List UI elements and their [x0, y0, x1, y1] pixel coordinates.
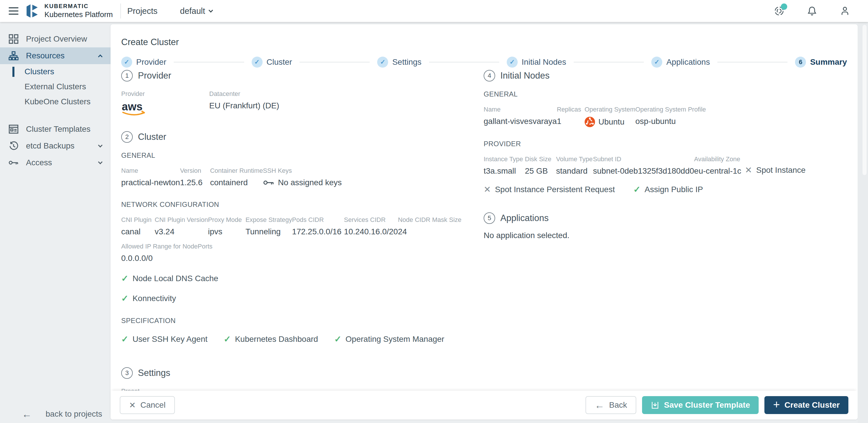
grid-icon [9, 34, 19, 44]
section-number: 3 [121, 367, 133, 379]
check-icon: ✓ [121, 293, 128, 303]
sidebar-item-kubeone-clusters[interactable]: KubeOne Clusters [0, 94, 111, 109]
cni-plugin-version-field: CNI Plugin Version v3.24 [155, 216, 208, 236]
proxy-mode-field: Proxy Mode ipvs [208, 216, 246, 236]
plus-icon: + [773, 399, 780, 410]
provider-subheader: PROVIDER [484, 140, 844, 148]
step-done-icon: ✓ [377, 57, 388, 67]
sidebar-item-label: Resources [26, 51, 65, 60]
page-title: Create Cluster [121, 37, 179, 47]
check-icon: ✓ [121, 273, 128, 283]
save-cluster-template-button[interactable]: Save Cluster Template [642, 396, 758, 414]
operating-system-field: Operating System Ubuntu [585, 106, 636, 127]
sidebar-item-access[interactable]: Access [0, 154, 111, 171]
step-initial-nodes[interactable]: ✓ Initial Nodes [507, 57, 566, 67]
top-bar: KUBERMATIC Kubernetes Platform Projects … [0, 0, 868, 22]
spec-kubernetes-dashboard: ✓ Kubernetes Dashboard [224, 334, 318, 344]
svg-text:aws: aws [122, 101, 143, 113]
user-icon[interactable] [840, 6, 850, 16]
back-to-projects-link[interactable]: ← back to projects [22, 409, 102, 419]
key-icon [9, 158, 19, 168]
sidebar-item-etcd-backups[interactable]: etcd Backups [0, 138, 111, 154]
disk-size-field: Disk Size 25 GB [525, 156, 556, 176]
sidebar: Project Overview Resources Clusters Exte… [0, 22, 111, 423]
sidebar-item-label: Access [26, 158, 52, 167]
hierarchy-icon [9, 51, 19, 61]
spec-operating-system-manager: ✓ Operating System Manager [334, 334, 444, 344]
project-selector-value: default [180, 6, 205, 16]
general-subheader: GENERAL [121, 151, 479, 160]
sidebar-item-clusters[interactable]: Clusters [0, 64, 111, 79]
community-icon[interactable] [774, 6, 784, 16]
no-application-text: No application selected. [484, 231, 844, 240]
sidebar-item-project-overview[interactable]: Project Overview [0, 31, 111, 47]
back-button[interactable]: ← Back [586, 396, 636, 414]
step-connector [174, 62, 244, 62]
ubuntu-icon [585, 117, 595, 127]
kubermatic-logo[interactable]: KUBERMATIC Kubernetes Platform [27, 3, 113, 19]
section-number: 1 [121, 70, 133, 82]
node-name-field: Name gallant-visvesvaraya [484, 106, 557, 126]
step-connector [429, 62, 499, 62]
key-icon [263, 179, 274, 186]
step-cluster[interactable]: ✓ Cluster [252, 57, 292, 67]
step-done-icon: ✓ [121, 57, 132, 67]
section-number: 5 [484, 213, 495, 224]
step-settings[interactable]: ✓ Settings [377, 57, 421, 67]
step-provider[interactable]: ✓ Provider [121, 57, 166, 67]
volume-type-field: Volume Type standard [556, 156, 593, 176]
os-profile-field: Operating System Profile osp-ubuntu [636, 106, 706, 126]
template-icon [9, 124, 19, 134]
chevron-up-icon [98, 54, 103, 59]
save-template-icon [651, 401, 659, 410]
general-subheader: GENERAL [484, 90, 844, 98]
cluster-name-field: Name practical-newton [121, 167, 180, 187]
section-number: 2 [121, 131, 133, 143]
services-cidr-field: Services CIDR 10.240.16.0/20 [344, 216, 398, 236]
chevron-down-icon [209, 8, 213, 12]
container-runtime-field: Container Runtime containerd [210, 167, 263, 187]
node-cidr-mask-field: Node CIDR Mask Size 24 [398, 216, 461, 236]
step-number: 6 [795, 57, 806, 67]
spot-persistent-request-flag: ✕ Spot Instance Persistent Request [484, 184, 615, 194]
feature-node-local-dns: ✓ Node Local DNS Cache [121, 273, 479, 283]
chevron-down-icon [98, 160, 103, 164]
check-icon: ✓ [334, 334, 341, 344]
step-connector [574, 62, 644, 62]
pods-cidr-field: Pods CIDR 172.25.0.0/16 [292, 216, 344, 236]
spec-user-ssh-key-agent: ✓ User SSH Key Agent [121, 334, 208, 344]
summary-left-column: 1 Provider Provider aws Datacenter EU (F… [121, 70, 479, 408]
cancel-button[interactable]: ✕ Cancel [120, 396, 175, 414]
check-icon: ✓ [224, 334, 231, 344]
nodeports-range-field: Allowed IP Range for NodePorts 0.0.0.0/0 [121, 243, 479, 263]
nav-projects[interactable]: Projects [127, 6, 158, 16]
step-summary[interactable]: 6 Summary [795, 57, 847, 67]
project-selector[interactable]: default [180, 6, 212, 16]
expose-strategy-field: Expose Strategy Tunneling [246, 216, 292, 236]
provider-field: Provider aws [121, 90, 209, 116]
wizard-footer: ✕ Cancel ← Back Save Cluster Template + … [111, 391, 858, 420]
step-applications[interactable]: ✓ Applications [651, 57, 710, 67]
step-connector [717, 62, 787, 62]
history-icon [9, 141, 19, 151]
cluster-version-field: Version 1.25.6 [180, 167, 210, 187]
bell-icon[interactable] [807, 6, 817, 16]
specification-subheader: SPECIFICATION [121, 317, 479, 325]
sidebar-item-label: Project Overview [26, 34, 87, 44]
section-cluster-heading: 2 Cluster [121, 131, 479, 143]
kubermatic-logo-mark [27, 4, 40, 18]
scrollbar-thumb[interactable] [863, 25, 867, 175]
cross-icon: ✕ [745, 165, 752, 175]
instance-type-field: Instance Type t3a.small [484, 156, 525, 176]
aws-logo: aws [121, 100, 148, 116]
sidebar-item-resources[interactable]: Resources [0, 47, 111, 64]
hamburger-menu-icon[interactable] [9, 7, 19, 15]
sidebar-item-label: Clusters [25, 67, 54, 76]
scrollbar-track[interactable] [858, 22, 868, 423]
sidebar-item-external-clusters[interactable]: External Clusters [0, 79, 111, 94]
back-to-projects-label: back to projects [45, 410, 102, 419]
section-settings-heading: 3 Settings [121, 367, 479, 379]
sidebar-item-cluster-templates[interactable]: Cluster Templates [0, 121, 111, 138]
step-connector [300, 62, 370, 62]
create-cluster-button[interactable]: + Create Cluster [765, 396, 848, 414]
